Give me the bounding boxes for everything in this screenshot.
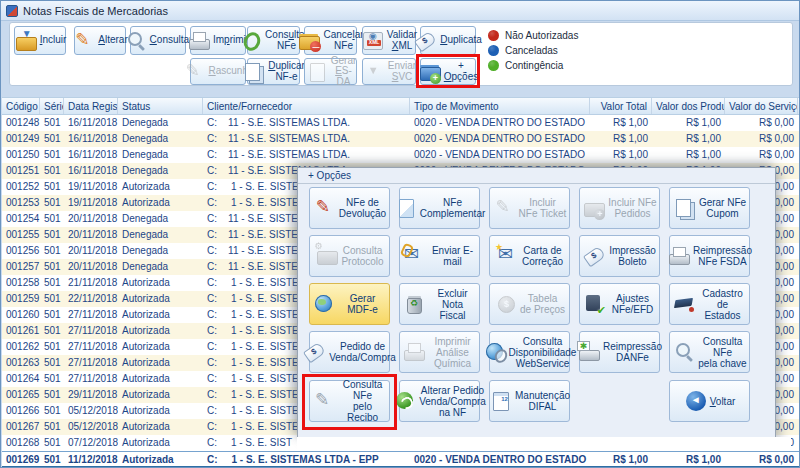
excluir-nota-fiscal-button[interactable]: Excluir NotaFiscal [399,283,480,325]
reimpressao-nfe-fsda-label: ReimpressãoNFe FSDA [693,245,752,267]
cell-serie: 501 [40,435,64,451]
opcoes-icon [418,61,442,83]
rascunho-icon [182,61,206,83]
nfe-complementar-icon [394,197,418,219]
validar-xml-button[interactable]: ValidarXML [362,26,416,55]
alterar-pedido-na-nf-label: Alterar PedidoVenda/Comprana NF [419,385,486,418]
cell-code: 001255 [2,227,40,243]
column-header-status[interactable]: Status [118,98,203,114]
cell-total: R$ 1,00 [590,147,652,163]
column-header-serie[interactable]: Série [40,98,64,114]
reimpressao-danfe-button[interactable]: ReimpressãoDANFe [579,331,660,373]
consulta-nfe-pela-chave-icon [672,341,696,363]
cell-code: 001262 [2,339,40,355]
carta-correcao-button[interactable]: Carta deCorreção [489,235,570,277]
cadastro-de-estados-button[interactable]: Cadastro deEstados [669,283,750,325]
table-row[interactable]: 00124950116/11/2018DenegadaC: 11 - S.E. … [2,131,800,147]
impressao-boleto-button[interactable]: ImpressãoBoleto [579,235,660,277]
incluir-nfe-ticket-label: IncluirNFe Ticket [519,197,567,219]
consulta-nfe-pela-chave-button[interactable]: Consulta NFepela chave [669,331,750,373]
duplicar-nfe-icon [242,61,266,83]
cell-serie: 501 [40,243,64,259]
table-row-selected[interactable]: 00126950111/12/2018AutorizadaC: 1 - S. E… [2,451,800,467]
imprimir-button[interactable]: Imprimir [190,26,246,55]
enviar-email-icon [402,245,426,267]
column-header-service[interactable]: Valor do Serviço [725,98,798,114]
validar-xml-label: ValidarXML [387,30,417,51]
gerar-mdfe-button[interactable]: Gerar MDF-e [309,283,390,325]
cell-date: 11/12/2018 [64,452,118,466]
gerar-nfe-cupom-button[interactable]: Gerar NFeCupom [669,187,750,229]
cell-client: C: 11 - S.E. SISTEMAS LTDA. [203,131,410,147]
alterar-button[interactable]: Alterar [74,26,126,55]
impressao-boleto-icon [583,245,607,267]
tabela-de-precos-icon [494,293,518,315]
incluir-button[interactable]: Incluir [14,26,66,55]
column-header-total[interactable]: Valor Total [590,98,652,114]
table-row[interactable]: 00124850116/11/2018DenegadaC: 11 - S.E. … [2,115,800,131]
excluir-nota-fiscal-label: Excluir NotaFiscal [428,288,477,321]
table-header: CódigoSérieData RegistroStatusCliente/Fo… [2,97,800,115]
cell-date: 29/11/2018 [64,387,118,403]
cell-total: R$ 1,00 [590,115,652,131]
legend-item: Contingência [488,58,578,73]
cell-serie: 501 [40,163,64,179]
cell-code: 001258 [2,275,40,291]
imprimir-analise-quimica-icon [402,341,426,363]
cell-status: Autorizada [118,387,203,403]
cell-serie: 501 [40,387,64,403]
cell-products: R$ 1,00 [652,147,725,163]
consultar-nfe-button[interactable]: ConsultarNFe [247,26,300,55]
nfe-complementar-button[interactable]: NFeComplementar [399,187,480,229]
column-header-code[interactable]: Código [2,98,40,114]
pedido-venda-compra-button[interactable]: Pedido deVenda/Compra [309,331,390,373]
consulta-disp-webservice-label: ConsultaDisponibilidadeWebService [509,336,577,369]
nfe-devolucao-button[interactable]: NFe deDevolução [309,187,390,229]
voltar-button[interactable]: Voltar [669,380,750,422]
consulta-nfe-pelo-recibo-label: Consulta NFepelo Recibo [338,379,387,423]
tabela-de-precos-label: Tabelade Preços [520,293,565,315]
duplicar-nfe-button[interactable]: DuplicarNF-e [247,58,300,85]
column-header-date[interactable]: Data Registro [64,98,118,114]
gerar-nfe-cupom-label: Gerar NFeCupom [699,197,746,219]
cadastro-de-estados-icon [672,293,696,315]
cell-date: 20/11/2018 [64,243,118,259]
opcoes-label: + Opções [444,61,478,82]
manutencao-difal-label: ManutençãoDIFAL [515,390,570,412]
alterar-pedido-na-nf-button[interactable]: Alterar PedidoVenda/Comprana NF [399,380,480,422]
incluir-nfe-pedidos-label: Incluir NFePedidos [608,197,656,219]
cell-date: 05/12/2018 [64,403,118,419]
cell-serie: 501 [40,323,64,339]
cell-serie: 501 [40,179,64,195]
cell-total: R$ 1,00 [590,452,652,466]
toolbar: Não AutorizadasCanceladasContingência In… [9,22,793,86]
gerar-es-da-icon [305,61,329,83]
duplicata-button[interactable]: Duplicata [420,26,476,55]
cell-serie: 501 [40,371,64,387]
column-header-client[interactable]: Cliente/Fornecedor [203,98,410,114]
cell-date: 20/11/2018 [64,211,118,227]
ajustes-nfe-efd-button[interactable]: Ajustes NFe/EFD [579,283,660,325]
duplicata-icon [414,30,438,52]
cancelar-nfe-button[interactable]: CancelarNFe [304,26,357,55]
legend-label: Contingência [505,60,563,71]
cell-serie: 501 [40,147,64,163]
table-row[interactable]: 00125050116/11/2018DenegadaC: 11 - S.E. … [2,147,800,163]
cell-status: Autorizada [118,195,203,211]
cell-products: R$ 1,00 [652,115,725,131]
cell-movement: 0020 - VENDA DENTRO DO ESTADO [410,452,590,466]
column-header-movement[interactable]: Tipo de Movimento [410,98,590,114]
cell-date: 20/11/2018 [64,227,118,243]
reimpressao-nfe-fsda-button[interactable]: ReimpressãoNFe FSDA [669,235,750,277]
incluir-label: Incluir [40,35,67,46]
manutencao-difal-button[interactable]: ManutençãoDIFAL [489,380,570,422]
consultar-button[interactable]: Consultar [130,26,186,55]
column-header-products[interactable]: Valor dos Produtos [652,98,725,114]
cell-date: 19/11/2018 [64,195,118,211]
cell-code: 001266 [2,403,40,419]
cell-date: 16/11/2018 [64,163,118,179]
consulta-disp-webservice-button[interactable]: ConsultaDisponibilidadeWebService [489,331,570,373]
opcoes-button[interactable]: + Opções [420,58,476,85]
enviar-email-button[interactable]: Enviar E-mail [399,235,480,277]
consulta-nfe-pelo-recibo-button[interactable]: Consulta NFepelo Recibo [309,380,390,422]
